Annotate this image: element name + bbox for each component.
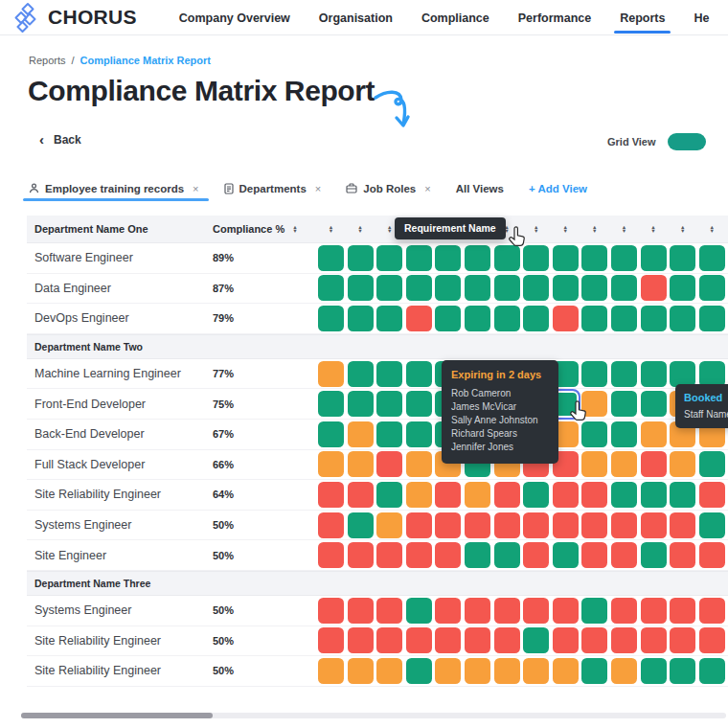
matrix-cell[interactable] bbox=[699, 361, 725, 387]
matrix-cell[interactable] bbox=[348, 306, 374, 331]
matrix-cell[interactable] bbox=[553, 275, 579, 301]
matrix-cell[interactable] bbox=[611, 421, 637, 447]
matrix-cell[interactable] bbox=[348, 421, 374, 447]
matrix-cell[interactable] bbox=[611, 627, 637, 653]
department-column-header[interactable]: Department Name One bbox=[27, 223, 213, 235]
matrix-cell[interactable] bbox=[523, 542, 549, 568]
matrix-cell[interactable] bbox=[553, 627, 579, 653]
matrix-cell[interactable] bbox=[406, 306, 432, 331]
matrix-cell[interactable] bbox=[348, 658, 374, 684]
matrix-cell[interactable] bbox=[581, 627, 607, 653]
matrix-cell[interactable] bbox=[670, 598, 695, 624]
matrix-cell[interactable] bbox=[435, 598, 461, 624]
matrix-cell[interactable] bbox=[465, 306, 490, 331]
matrix-cell[interactable] bbox=[581, 512, 607, 538]
matrix-cell[interactable] bbox=[611, 512, 637, 538]
matrix-cell[interactable] bbox=[435, 512, 461, 538]
matrix-cell[interactable] bbox=[376, 421, 402, 447]
matrix-cell[interactable] bbox=[406, 598, 432, 624]
matrix-cell[interactable] bbox=[348, 627, 374, 653]
matrix-cell[interactable] bbox=[581, 598, 607, 624]
nav-item-organisation[interactable]: Organisation bbox=[315, 3, 397, 33]
matrix-cell[interactable] bbox=[523, 245, 549, 271]
matrix-cell[interactable] bbox=[494, 306, 520, 331]
matrix-cell[interactable] bbox=[611, 361, 637, 387]
matrix-cell[interactable] bbox=[348, 542, 374, 568]
matrix-cell[interactable] bbox=[523, 306, 549, 331]
nav-item-compliance[interactable]: Compliance bbox=[418, 3, 493, 33]
back-button[interactable]: ‹ Back bbox=[39, 133, 81, 147]
matrix-cell[interactable] bbox=[699, 542, 725, 568]
matrix-cell[interactable] bbox=[611, 542, 637, 568]
matrix-cell[interactable] bbox=[581, 451, 607, 477]
matrix-cell[interactable] bbox=[641, 391, 667, 417]
matrix-cell[interactable] bbox=[670, 361, 695, 387]
matrix-cell[interactable] bbox=[376, 482, 402, 508]
matrix-cell[interactable] bbox=[376, 512, 402, 538]
matrix-cell[interactable] bbox=[494, 512, 520, 538]
sort-icon[interactable]: ▲▼ bbox=[650, 225, 655, 233]
matrix-cell[interactable] bbox=[318, 451, 344, 477]
matrix-cell[interactable] bbox=[670, 512, 695, 538]
matrix-cell[interactable] bbox=[318, 542, 344, 568]
matrix-cell[interactable] bbox=[494, 275, 520, 301]
matrix-cell[interactable] bbox=[435, 542, 461, 568]
matrix-cell[interactable] bbox=[581, 245, 607, 271]
nav-item-performance[interactable]: Performance bbox=[514, 3, 595, 33]
matrix-cell[interactable] bbox=[348, 512, 374, 538]
matrix-cell[interactable] bbox=[670, 627, 695, 653]
nav-item-company-overview[interactable]: Company Overview bbox=[175, 3, 294, 33]
matrix-cell[interactable] bbox=[376, 598, 402, 624]
matrix-cell[interactable] bbox=[670, 306, 695, 331]
matrix-cell[interactable] bbox=[318, 245, 344, 271]
matrix-cell[interactable] bbox=[318, 658, 344, 684]
matrix-cell[interactable] bbox=[553, 482, 579, 508]
matrix-cell[interactable] bbox=[523, 627, 549, 653]
matrix-cell[interactable] bbox=[699, 482, 725, 508]
tab-job-roles[interactable]: Job Roles× bbox=[346, 183, 430, 200]
matrix-cell[interactable] bbox=[465, 598, 490, 624]
matrix-cell[interactable] bbox=[641, 451, 667, 477]
matrix-cell[interactable] bbox=[376, 361, 402, 387]
matrix-cell[interactable] bbox=[465, 627, 490, 653]
horizontal-scrollbar-thumb[interactable] bbox=[21, 713, 213, 718]
tab-all-views[interactable]: All Views bbox=[456, 183, 504, 200]
matrix-cell[interactable] bbox=[641, 542, 667, 568]
matrix-cell[interactable] bbox=[553, 542, 579, 568]
matrix-cell[interactable] bbox=[641, 421, 667, 447]
sort-icon[interactable]: ▲▼ bbox=[592, 225, 597, 233]
horizontal-scrollbar[interactable] bbox=[21, 713, 726, 718]
matrix-cell[interactable] bbox=[435, 482, 461, 508]
matrix-cell[interactable] bbox=[670, 482, 695, 508]
matrix-cell[interactable] bbox=[553, 306, 579, 331]
breadcrumb-current[interactable]: Compliance Matrix Report bbox=[80, 55, 211, 66]
matrix-cell[interactable] bbox=[641, 275, 667, 301]
matrix-cell[interactable] bbox=[581, 658, 607, 684]
matrix-cell[interactable] bbox=[699, 658, 725, 684]
matrix-cell[interactable] bbox=[581, 482, 607, 508]
matrix-cell[interactable] bbox=[318, 361, 344, 387]
matrix-cell[interactable] bbox=[641, 512, 667, 538]
matrix-cell[interactable] bbox=[641, 658, 667, 684]
matrix-cell[interactable] bbox=[641, 306, 667, 331]
matrix-cell[interactable] bbox=[406, 627, 432, 653]
matrix-cell[interactable] bbox=[435, 245, 461, 271]
matrix-cell[interactable] bbox=[523, 512, 549, 538]
brand[interactable]: CHORUS bbox=[0, 2, 137, 33]
matrix-cell[interactable] bbox=[670, 658, 695, 684]
matrix-cell[interactable] bbox=[435, 658, 461, 684]
matrix-cell[interactable] bbox=[699, 275, 725, 301]
matrix-cell[interactable] bbox=[376, 245, 402, 271]
grid-view-toggle[interactable] bbox=[668, 133, 706, 150]
close-icon[interactable]: × bbox=[193, 183, 198, 194]
matrix-cell[interactable] bbox=[435, 275, 461, 301]
matrix-cell[interactable] bbox=[348, 482, 374, 508]
matrix-cell[interactable] bbox=[581, 542, 607, 568]
matrix-cell[interactable] bbox=[348, 451, 374, 477]
matrix-cell[interactable] bbox=[318, 275, 344, 301]
breadcrumb-parent[interactable]: Reports bbox=[29, 55, 66, 66]
matrix-cell[interactable] bbox=[611, 391, 637, 417]
matrix-cell[interactable] bbox=[406, 512, 432, 538]
matrix-cell[interactable] bbox=[699, 598, 725, 624]
matrix-cell[interactable] bbox=[553, 245, 579, 271]
